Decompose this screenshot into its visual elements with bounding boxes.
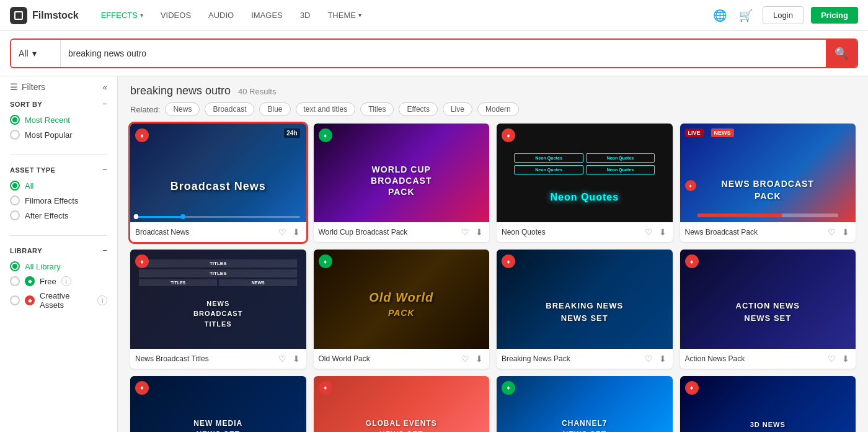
library-free-label: Free bbox=[40, 277, 56, 286]
neon-grid: Neon Quotes Neon Quotes Neon Quotes Neon… bbox=[514, 153, 655, 174]
nav-videos-label: VIDEOS bbox=[161, 11, 191, 20]
thumb-text-10: GLOBAL EVENTSNEWS SET bbox=[331, 418, 472, 432]
nav-theme-label: THEME bbox=[327, 11, 356, 20]
library-all[interactable]: All Library bbox=[10, 261, 107, 271]
sidebar: ☰ Filters « SORT BY − Most Recent Most P… bbox=[0, 72, 118, 432]
asset-card-9[interactable]: ♦ NEW MEDIANEWS SET bbox=[130, 376, 306, 432]
sort-most-recent[interactable]: Most Recent bbox=[10, 115, 107, 125]
asset-thumb-1: ♦ Broadcast News 24h bbox=[130, 124, 306, 222]
asset-download-2[interactable]: ⬇ bbox=[474, 226, 484, 238]
asset-card-11[interactable]: ♦ CHANNEL7NEWS SET bbox=[497, 376, 673, 432]
tag-effects[interactable]: Effects bbox=[399, 102, 437, 116]
asset-heart-8[interactable]: ♡ bbox=[826, 353, 837, 365]
top-nav: Filmstock EFFECTS ▾ VIDEOS AUDIO IMAGES … bbox=[0, 0, 868, 31]
asset-card-3[interactable]: ♦ Neon Quotes Neon Quotes Neon Quotes Ne… bbox=[497, 124, 673, 242]
asset-after-effects[interactable]: After Effects bbox=[10, 210, 107, 220]
asset-download-8[interactable]: ⬇ bbox=[841, 353, 851, 365]
asset-download-1[interactable]: ⬇ bbox=[291, 226, 301, 238]
library-free-info-icon[interactable]: i bbox=[61, 276, 71, 286]
library-creative-info-icon[interactable]: i bbox=[97, 295, 107, 305]
nav-items: EFFECTS ▾ VIDEOS AUDIO IMAGES 3D THEME ▾ bbox=[94, 6, 711, 25]
search-type-select[interactable]: All ▾ bbox=[11, 40, 61, 67]
asset-heart-2[interactable]: ♡ bbox=[460, 226, 471, 238]
asset-heart-5[interactable]: ♡ bbox=[277, 353, 288, 365]
pricing-button[interactable]: Pricing bbox=[811, 7, 858, 24]
nav-3d[interactable]: 3D bbox=[293, 6, 318, 25]
asset-download-7[interactable]: ⬇ bbox=[658, 353, 668, 365]
asset-actions-4: ♡ ⬇ bbox=[826, 226, 851, 238]
nav-effects[interactable]: EFFECTS ▾ bbox=[94, 6, 151, 25]
svg-rect-1 bbox=[136, 216, 183, 218]
asset-heart-7[interactable]: ♡ bbox=[644, 353, 654, 365]
sidebar-collapse-button[interactable]: « bbox=[103, 83, 107, 92]
library-collapse-icon[interactable]: − bbox=[102, 246, 107, 255]
library-free[interactable]: ◆ Free i bbox=[10, 276, 107, 286]
sort-most-popular-label: Most Popular bbox=[25, 130, 73, 140]
logo[interactable]: Filmstock bbox=[10, 7, 79, 24]
nav-images-label: IMAGES bbox=[251, 11, 283, 20]
tag-modern[interactable]: Modern bbox=[477, 102, 519, 116]
asset-card-6[interactable]: ♦ Old WorldPACK Old World Pack ♡ ⬇ bbox=[314, 250, 490, 368]
tag-titles[interactable]: Titles bbox=[360, 102, 394, 116]
card-badge-3: ♦ bbox=[502, 128, 515, 142]
asset-filmora-label: Filmora Effects bbox=[25, 196, 78, 205]
library-all-label: All Library bbox=[25, 262, 61, 271]
asset-download-4[interactable]: ⬇ bbox=[841, 226, 851, 238]
asset-heart-3[interactable]: ♡ bbox=[644, 226, 654, 238]
thumb-text-8: ACTION NEWSNEWS SET bbox=[698, 300, 838, 324]
filters-button[interactable]: ☰ Filters bbox=[10, 82, 45, 92]
asset-actions-1: ♡ ⬇ bbox=[277, 226, 301, 238]
thumb-text-2: WORLD CUPBROADCASTPACK bbox=[331, 164, 472, 198]
nav-images[interactable]: IMAGES bbox=[244, 6, 290, 25]
asset-name-8: Action News Pack bbox=[685, 354, 827, 363]
nav-audio[interactable]: AUDIO bbox=[201, 6, 241, 25]
library-creative-assets[interactable]: ◆ Creative Assets i bbox=[10, 291, 107, 310]
asset-heart-1[interactable]: ♡ bbox=[277, 226, 288, 238]
cart-icon-button[interactable]: 🛒 bbox=[737, 6, 755, 25]
tag-blue[interactable]: Blue bbox=[259, 102, 290, 116]
search-input[interactable] bbox=[61, 40, 826, 67]
asset-grid: ♦ Broadcast News 24h Broadcast News ♡ ⬇ bbox=[130, 124, 856, 432]
asset-heart-4[interactable]: ♡ bbox=[826, 226, 837, 238]
tag-text-and-titles[interactable]: text and titles bbox=[296, 102, 356, 116]
asset-download-3[interactable]: ⬇ bbox=[658, 226, 668, 238]
nav-theme[interactable]: THEME ▾ bbox=[320, 6, 369, 25]
asset-card-2[interactable]: ♦ WORLD CUPBROADCASTPACK World Cup Broad… bbox=[314, 124, 490, 242]
asset-after-effects-radio bbox=[10, 210, 20, 220]
asset-thumb-6: ♦ Old WorldPACK bbox=[314, 250, 490, 348]
thumb-text-5: NEWSBROADCASTTITLES bbox=[148, 299, 288, 330]
asset-download-6[interactable]: ⬇ bbox=[474, 353, 484, 365]
asset-all[interactable]: All bbox=[10, 181, 107, 191]
asset-card-7[interactable]: ♦ BREAKING NEWSNEWS SET Breaking News Pa… bbox=[497, 250, 673, 368]
asset-card-5[interactable]: ♦ TITLES TITLES TITLES NEWS NEWSBROADCAS… bbox=[130, 250, 306, 368]
asset-type-collapse-icon[interactable]: − bbox=[102, 165, 107, 174]
search-button[interactable]: 🔍 bbox=[826, 40, 857, 67]
asset-card-1[interactable]: ♦ Broadcast News 24h Broadcast News ♡ ⬇ bbox=[130, 124, 306, 242]
asset-heart-6[interactable]: ♡ bbox=[460, 353, 471, 365]
tag-live[interactable]: Live bbox=[443, 102, 472, 116]
asset-actions-3: ♡ ⬇ bbox=[644, 226, 668, 238]
asset-card-12[interactable]: ♦ 3D NEWSBUSINESS PACK bbox=[680, 376, 856, 432]
asset-footer-1: Broadcast News ♡ ⬇ bbox=[130, 222, 306, 242]
asset-thumb-3: ♦ Neon Quotes Neon Quotes Neon Quotes Ne… bbox=[497, 124, 673, 222]
sort-most-popular[interactable]: Most Popular bbox=[10, 130, 107, 140]
asset-card-10[interactable]: ♦ GLOBAL EVENTSNEWS SET bbox=[314, 376, 490, 432]
search-icon: 🔍 bbox=[835, 47, 848, 60]
library-header: LIBRARY − bbox=[10, 246, 107, 255]
asset-card-4[interactable]: LIVE NEWS ♦ NEWS BROADCASTPACK News Broa… bbox=[680, 124, 856, 242]
tag-broadcast[interactable]: Broadcast bbox=[205, 102, 254, 116]
search-bar: All ▾ 🔍 bbox=[10, 38, 858, 68]
globe-icon-button[interactable]: 🌐 bbox=[711, 6, 729, 25]
login-button[interactable]: Login bbox=[763, 6, 804, 24]
nav-videos[interactable]: VIDEOS bbox=[153, 6, 198, 25]
sort-by-collapse-icon[interactable]: − bbox=[102, 99, 107, 109]
progress-bar-4 bbox=[698, 214, 838, 217]
tag-news[interactable]: News bbox=[165, 102, 200, 116]
card-badge-11: ♦ bbox=[502, 381, 515, 395]
card-badge-9: ♦ bbox=[135, 381, 149, 395]
asset-download-5[interactable]: ⬇ bbox=[291, 353, 301, 365]
search-bar-container: All ▾ 🔍 bbox=[0, 31, 868, 76]
asset-filmora[interactable]: Filmora Effects bbox=[10, 196, 107, 205]
asset-name-2: World Cup Broadcast Pack bbox=[319, 228, 461, 236]
asset-card-8[interactable]: ♦ ACTION NEWSNEWS SET Action News Pack ♡… bbox=[680, 250, 856, 368]
